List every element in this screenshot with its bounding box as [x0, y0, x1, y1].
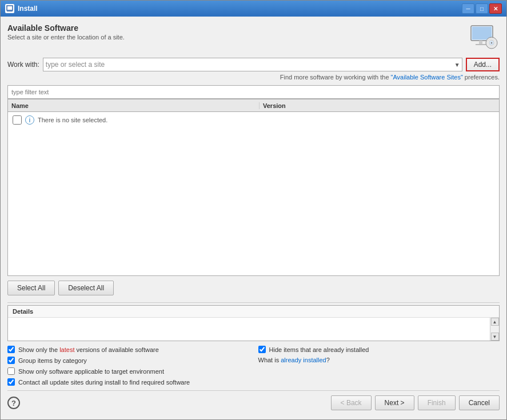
window-title: Install — [18, 5, 462, 13]
table-body: i There is no site selected. — [8, 112, 499, 203]
details-body: ▲ ▼ — [8, 318, 499, 341]
bottom-bar: ? < Back Next > Finish Cancel — [7, 390, 500, 413]
details-section: Details ▲ ▼ — [7, 305, 500, 341]
help-icon[interactable]: ? — [7, 397, 20, 409]
work-with-row: Work with: type or select a site ▼ Add..… — [7, 58, 500, 71]
no-site-row: i There is no site selected. — [8, 112, 499, 128]
details-scrollbar[interactable]: ▲ ▼ — [490, 318, 499, 341]
option-hide-installed-checkbox[interactable] — [258, 346, 266, 353]
find-more-prefix: Find more software by working with the — [280, 74, 391, 81]
finish-button[interactable]: Finish — [418, 395, 456, 410]
section-header: Available Software Select a site or ente… — [7, 23, 500, 51]
add-button[interactable]: Add... — [466, 58, 500, 71]
option-what-installed-label: What is already installed? — [258, 357, 330, 363]
section-subtitle: Select a site or enter the location of a… — [7, 34, 125, 41]
back-button[interactable]: < Back — [331, 395, 372, 410]
work-with-label: Work with: — [7, 61, 39, 69]
svg-rect-2 — [7, 11, 13, 11]
scroll-down-button[interactable]: ▼ — [491, 333, 499, 341]
options-right-col: Hide items that are already installed Wh… — [258, 346, 500, 386]
nav-buttons: < Back Next > Finish Cancel — [331, 395, 500, 410]
latest-highlight: latest — [59, 346, 74, 353]
title-bar: Install ─ □ ✕ — [1, 1, 506, 17]
option-latest-versions-label: Show only the latest versions of availab… — [18, 346, 159, 353]
window-content: Available Software Select a site or ente… — [1, 17, 506, 419]
option-group-category-label: Group items by category — [18, 357, 87, 364]
software-table-container: Name Version i There is no site selected… — [7, 99, 500, 276]
window-icon — [5, 4, 14, 13]
next-button[interactable]: Next > — [375, 395, 414, 410]
svg-point-9 — [491, 42, 493, 44]
option-target-env-checkbox[interactable] — [7, 367, 15, 375]
divider-1 — [7, 302, 500, 303]
col-version-header: Version — [260, 102, 499, 109]
option-contact-sites: Contact all update sites during install … — [7, 378, 249, 386]
option-group-category: Group items by category — [7, 357, 249, 364]
site-select[interactable]: type or select a site — [43, 58, 462, 71]
no-site-text: There is no site selected. — [38, 117, 107, 123]
section-title-block: Available Software Select a site or ente… — [7, 23, 125, 41]
options-section: Show only the latest versions of availab… — [7, 346, 500, 386]
filter-row — [7, 85, 500, 99]
option-contact-sites-label: Contact all update sites during install … — [18, 379, 190, 386]
option-what-installed: What is already installed? — [258, 357, 500, 363]
option-hide-installed-label: Hide items that are already installed — [269, 346, 369, 353]
select-deselect-row: Select All Deselect All — [7, 276, 500, 300]
deselect-all-button[interactable]: Deselect All — [58, 281, 114, 295]
maximize-button[interactable]: □ — [476, 3, 488, 14]
option-contact-sites-checkbox[interactable] — [7, 378, 15, 386]
option-group-category-checkbox[interactable] — [7, 357, 15, 364]
info-icon: i — [25, 115, 34, 125]
install-window: Install ─ □ ✕ Available Software Select … — [0, 0, 507, 420]
available-software-sites-link[interactable]: "Available Software Sites" — [391, 74, 463, 81]
site-select-wrapper: type or select a site ▼ — [43, 58, 462, 71]
select-all-button[interactable]: Select All — [7, 281, 55, 295]
col-name-header: Name — [8, 102, 260, 109]
find-more-row: Find more software by working with the "… — [7, 74, 500, 81]
svg-rect-5 — [479, 41, 482, 44]
already-installed-link[interactable]: already installed — [281, 357, 326, 363]
section-icon — [468, 23, 500, 51]
option-hide-installed: Hide items that are already installed — [258, 346, 500, 353]
software-table: Name Version i There is no site selected… — [7, 99, 500, 276]
close-button[interactable]: ✕ — [489, 3, 502, 14]
option-latest-versions-checkbox[interactable] — [7, 346, 15, 353]
option-target-env: Show only software applicable to target … — [7, 367, 249, 375]
no-site-checkbox[interactable] — [13, 115, 22, 125]
options-left-col: Show only the latest versions of availab… — [7, 346, 249, 386]
scroll-up-button[interactable]: ▲ — [491, 318, 499, 326]
svg-rect-0 — [7, 6, 13, 10]
window-controls: ─ □ ✕ — [462, 3, 502, 14]
option-latest-versions: Show only the latest versions of availab… — [7, 346, 249, 353]
details-header: Details — [8, 306, 499, 318]
svg-rect-4 — [472, 27, 492, 39]
option-target-env-label: Show only software applicable to target … — [18, 368, 164, 375]
table-header: Name Version — [8, 99, 499, 112]
svg-rect-6 — [476, 44, 486, 45]
minimize-button[interactable]: ─ — [462, 3, 474, 14]
section-title: Available Software — [7, 23, 125, 33]
find-more-suffix: preferences. — [463, 74, 500, 81]
filter-input[interactable] — [7, 85, 500, 99]
cancel-button[interactable]: Cancel — [459, 395, 500, 410]
